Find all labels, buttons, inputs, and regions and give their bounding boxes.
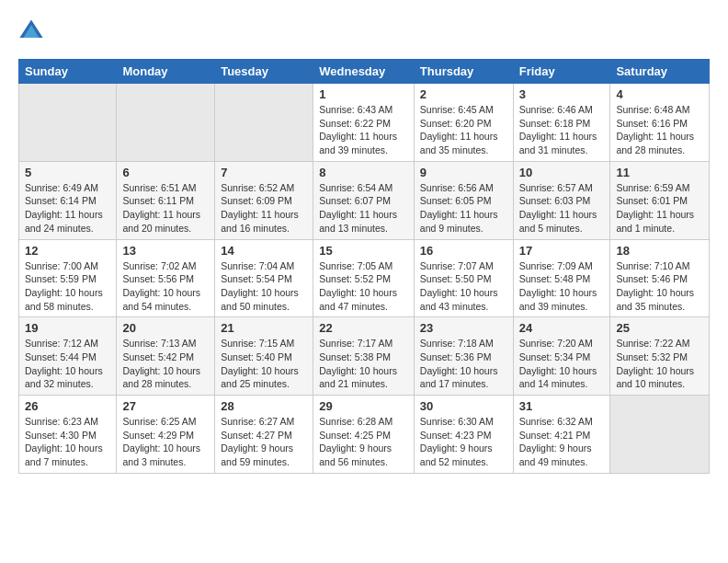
calendar-cell: 12Sunrise: 7:00 AMSunset: 5:59 PMDayligh… [19, 239, 117, 317]
calendar-cell: 24Sunrise: 7:20 AMSunset: 5:34 PMDayligh… [513, 317, 610, 396]
day-info: Sunrise: 6:45 AMSunset: 6:20 PMDaylight:… [420, 103, 507, 157]
calendar-cell: 22Sunrise: 7:17 AMSunset: 5:38 PMDayligh… [313, 317, 415, 396]
day-info: Sunrise: 6:51 AMSunset: 6:11 PMDaylight:… [122, 181, 209, 236]
day-number: 6 [122, 166, 209, 179]
weekday-header: Sunday [19, 60, 117, 84]
calendar-cell: 1Sunrise: 6:43 AMSunset: 6:22 PMDaylight… [313, 84, 415, 162]
calendar-cell [610, 396, 710, 474]
day-info: Sunrise: 7:02 AMSunset: 5:56 PMDaylight:… [122, 259, 209, 314]
weekday-header: Wednesday [313, 60, 415, 84]
day-number: 20 [122, 321, 209, 335]
calendar-cell: 25Sunrise: 7:22 AMSunset: 5:32 PMDayligh… [610, 317, 710, 396]
day-info: Sunrise: 6:27 AMSunset: 4:27 PMDaylight:… [221, 415, 307, 469]
day-info: Sunrise: 6:57 AMSunset: 6:03 PMDaylight:… [519, 181, 605, 236]
day-info: Sunrise: 7:00 AMSunset: 5:59 PMDaylight:… [25, 259, 110, 314]
calendar-cell: 28Sunrise: 6:27 AMSunset: 4:27 PMDayligh… [215, 396, 313, 474]
day-info: Sunrise: 6:25 AMSunset: 4:29 PMDaylight:… [122, 415, 209, 469]
day-info: Sunrise: 6:23 AMSunset: 4:30 PMDaylight:… [25, 415, 110, 469]
calendar-cell: 13Sunrise: 7:02 AMSunset: 5:56 PMDayligh… [117, 239, 215, 317]
day-info: Sunrise: 7:15 AMSunset: 5:40 PMDaylight:… [221, 337, 307, 391]
day-number: 19 [25, 321, 110, 335]
calendar-cell [117, 84, 215, 162]
calendar-cell: 5Sunrise: 6:49 AMSunset: 6:14 PMDaylight… [19, 161, 117, 239]
calendar-cell: 9Sunrise: 6:56 AMSunset: 6:05 PMDaylight… [414, 161, 513, 239]
day-number: 4 [616, 87, 703, 101]
day-info: Sunrise: 6:28 AMSunset: 4:25 PMDaylight:… [319, 415, 408, 469]
weekday-header: Thursday [414, 60, 513, 84]
day-number: 31 [519, 399, 605, 413]
calendar-cell: 6Sunrise: 6:51 AMSunset: 6:11 PMDaylight… [117, 161, 215, 239]
day-number: 14 [221, 244, 307, 258]
day-info: Sunrise: 6:52 AMSunset: 6:09 PMDaylight:… [221, 181, 307, 236]
calendar-cell [215, 84, 313, 162]
day-number: 10 [519, 166, 605, 179]
day-number: 30 [420, 399, 507, 413]
day-number: 23 [420, 321, 507, 335]
calendar-cell: 10Sunrise: 6:57 AMSunset: 6:03 PMDayligh… [513, 161, 610, 239]
weekday-header: Tuesday [215, 60, 313, 84]
day-info: Sunrise: 7:12 AMSunset: 5:44 PMDaylight:… [25, 337, 110, 391]
weekday-header: Friday [513, 60, 610, 84]
calendar-cell: 31Sunrise: 6:32 AMSunset: 4:21 PMDayligh… [513, 396, 610, 474]
day-info: Sunrise: 7:13 AMSunset: 5:42 PMDaylight:… [122, 337, 209, 391]
day-info: Sunrise: 6:49 AMSunset: 6:14 PMDaylight:… [25, 181, 110, 236]
calendar-cell: 21Sunrise: 7:15 AMSunset: 5:40 PMDayligh… [215, 317, 313, 396]
calendar-cell: 30Sunrise: 6:30 AMSunset: 4:23 PMDayligh… [414, 396, 513, 474]
calendar-cell: 3Sunrise: 6:46 AMSunset: 6:18 PMDaylight… [513, 84, 610, 162]
day-info: Sunrise: 6:43 AMSunset: 6:22 PMDaylight:… [319, 103, 408, 157]
day-info: Sunrise: 7:04 AMSunset: 5:54 PMDaylight:… [221, 259, 307, 314]
calendar-cell: 14Sunrise: 7:04 AMSunset: 5:54 PMDayligh… [215, 239, 313, 317]
day-number: 21 [221, 321, 307, 335]
day-info: Sunrise: 7:07 AMSunset: 5:50 PMDaylight:… [420, 259, 507, 314]
day-number: 16 [420, 244, 507, 258]
day-number: 18 [616, 244, 703, 258]
page-header [18, 18, 710, 44]
calendar-cell: 8Sunrise: 6:54 AMSunset: 6:07 PMDaylight… [313, 161, 415, 239]
day-info: Sunrise: 7:20 AMSunset: 5:34 PMDaylight:… [519, 337, 605, 391]
day-info: Sunrise: 7:05 AMSunset: 5:52 PMDaylight:… [319, 259, 408, 314]
calendar-cell: 20Sunrise: 7:13 AMSunset: 5:42 PMDayligh… [117, 317, 215, 396]
weekday-header: Monday [117, 60, 215, 84]
calendar-cell: 7Sunrise: 6:52 AMSunset: 6:09 PMDaylight… [215, 161, 313, 239]
calendar-table: SundayMondayTuesdayWednesdayThursdayFrid… [18, 59, 710, 474]
calendar-week-row: 26Sunrise: 6:23 AMSunset: 4:30 PMDayligh… [19, 396, 710, 474]
calendar-cell: 11Sunrise: 6:59 AMSunset: 6:01 PMDayligh… [610, 161, 710, 239]
day-info: Sunrise: 7:09 AMSunset: 5:48 PMDaylight:… [519, 259, 605, 314]
day-number: 3 [519, 87, 605, 101]
day-number: 15 [319, 244, 408, 258]
day-number: 17 [519, 244, 605, 258]
day-number: 5 [25, 166, 110, 179]
day-number: 26 [25, 399, 110, 413]
calendar-cell: 2Sunrise: 6:45 AMSunset: 6:20 PMDaylight… [414, 84, 513, 162]
day-info: Sunrise: 6:59 AMSunset: 6:01 PMDaylight:… [616, 181, 703, 236]
calendar-week-row: 12Sunrise: 7:00 AMSunset: 5:59 PMDayligh… [19, 239, 710, 317]
weekday-header: Saturday [610, 60, 710, 84]
calendar-cell: 16Sunrise: 7:07 AMSunset: 5:50 PMDayligh… [414, 239, 513, 317]
calendar-cell: 17Sunrise: 7:09 AMSunset: 5:48 PMDayligh… [513, 239, 610, 317]
day-number: 22 [319, 321, 408, 335]
day-number: 29 [319, 399, 408, 413]
day-number: 27 [122, 399, 209, 413]
calendar-cell: 29Sunrise: 6:28 AMSunset: 4:25 PMDayligh… [313, 396, 415, 474]
day-number: 13 [122, 244, 209, 258]
day-info: Sunrise: 7:17 AMSunset: 5:38 PMDaylight:… [319, 337, 408, 391]
day-number: 12 [25, 244, 110, 258]
calendar-week-row: 19Sunrise: 7:12 AMSunset: 5:44 PMDayligh… [19, 317, 710, 396]
calendar-cell: 23Sunrise: 7:18 AMSunset: 5:36 PMDayligh… [414, 317, 513, 396]
day-info: Sunrise: 6:46 AMSunset: 6:18 PMDaylight:… [519, 103, 605, 157]
day-number: 25 [616, 321, 703, 335]
day-info: Sunrise: 7:22 AMSunset: 5:32 PMDaylight:… [616, 337, 703, 391]
day-info: Sunrise: 7:10 AMSunset: 5:46 PMDaylight:… [616, 259, 703, 314]
day-info: Sunrise: 6:56 AMSunset: 6:05 PMDaylight:… [420, 181, 507, 236]
calendar-cell [19, 84, 117, 162]
logo [18, 18, 48, 44]
day-number: 9 [420, 166, 507, 179]
calendar-cell: 27Sunrise: 6:25 AMSunset: 4:29 PMDayligh… [117, 396, 215, 474]
day-number: 2 [420, 87, 507, 101]
day-info: Sunrise: 7:18 AMSunset: 5:36 PMDaylight:… [420, 337, 507, 391]
day-number: 28 [221, 399, 307, 413]
day-number: 1 [319, 87, 408, 101]
day-info: Sunrise: 6:48 AMSunset: 6:16 PMDaylight:… [616, 103, 703, 157]
day-info: Sunrise: 6:32 AMSunset: 4:21 PMDaylight:… [519, 415, 605, 469]
calendar-cell: 19Sunrise: 7:12 AMSunset: 5:44 PMDayligh… [19, 317, 117, 396]
